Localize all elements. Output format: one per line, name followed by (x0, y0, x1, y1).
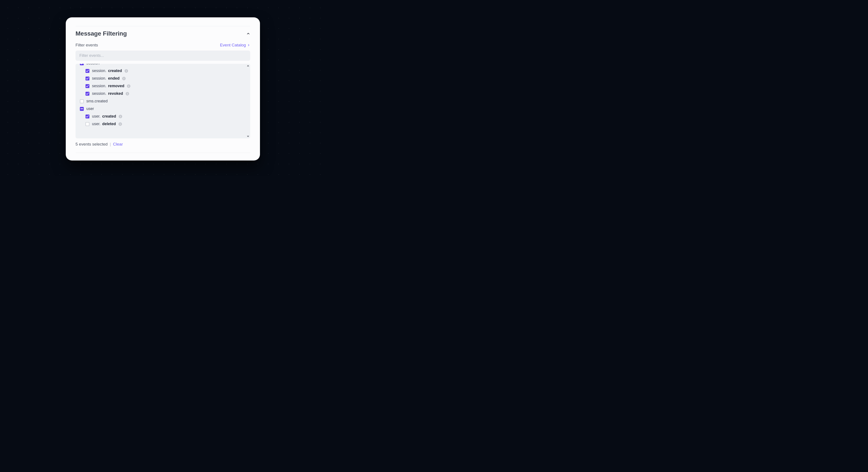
info-icon[interactable]: i (125, 69, 128, 73)
event-item-label: session.revoked (92, 91, 123, 96)
checkbox-session-created[interactable] (86, 69, 89, 73)
checkbox-session-removed[interactable] (86, 84, 89, 88)
event-item-label: user.deleted (92, 122, 116, 126)
panel-divider-bottom (75, 153, 250, 153)
clear-button[interactable]: Clear (113, 142, 123, 147)
panel-title: Message Filtering (75, 30, 127, 37)
event-item-session-removed[interactable]: session.removed i (79, 82, 247, 90)
panel-footer: 5 events selected | Clear (75, 142, 250, 147)
event-item-user-created[interactable]: user.created i (79, 113, 247, 120)
info-icon[interactable]: i (122, 77, 126, 80)
event-item-label: session.ended (92, 76, 120, 81)
event-item-label: user.created (92, 114, 116, 119)
checkbox-sms-created[interactable] (80, 99, 84, 103)
chevron-right-icon (247, 43, 250, 46)
filter-events-input[interactable] (75, 51, 250, 61)
info-icon[interactable]: i (119, 122, 122, 126)
event-group-label: user (86, 106, 94, 111)
panel-divider-top (75, 26, 250, 26)
panel-subhead-row: Filter events Event Catalog (75, 43, 250, 48)
checkbox-session-revoked[interactable] (86, 92, 89, 96)
event-group-label: session (86, 64, 100, 65)
event-item-session-ended[interactable]: session.ended i (79, 74, 247, 82)
event-item-label: session.created (92, 68, 122, 73)
checkbox-session[interactable] (80, 64, 84, 65)
filter-events-label: Filter events (75, 43, 98, 48)
panel-header[interactable]: Message Filtering (75, 30, 250, 37)
checkbox-user-deleted[interactable] (86, 122, 89, 126)
selected-count: 5 events selected (75, 142, 107, 147)
event-item-label: session.removed (92, 84, 124, 88)
event-group-user[interactable]: user (79, 105, 247, 113)
checkbox-user-created[interactable] (86, 115, 89, 119)
event-item-user-deleted[interactable]: user.deleted i (79, 120, 247, 128)
event-item-session-created[interactable]: session.created i (79, 67, 247, 74)
checkbox-session-ended[interactable] (86, 76, 89, 81)
event-item-label: sms.created (86, 99, 107, 103)
event-group-session[interactable]: session (79, 64, 247, 67)
event-item-session-revoked[interactable]: session.revoked i (79, 90, 247, 97)
scrollbar-arrow-down-icon[interactable] (247, 136, 249, 137)
scrollbar-arrow-up-icon[interactable] (247, 65, 249, 66)
info-icon[interactable]: i (119, 115, 122, 118)
event-catalog-link-text: Event Catalog (220, 43, 246, 48)
event-item-sms-created[interactable]: sms.created (79, 97, 247, 105)
scroll-padding (79, 128, 247, 138)
info-icon[interactable]: i (126, 92, 129, 95)
event-list-scroll[interactable]: session session.created i session.ended … (75, 64, 250, 138)
info-icon[interactable]: i (127, 84, 130, 88)
event-list: session session.created i session.ended … (75, 64, 250, 138)
event-catalog-link[interactable]: Event Catalog (220, 43, 250, 48)
chevron-up-icon[interactable] (246, 32, 250, 36)
checkbox-user[interactable] (80, 107, 84, 111)
message-filtering-panel: Message Filtering Filter events Event Ca… (66, 18, 260, 160)
footer-separator: | (110, 142, 111, 147)
